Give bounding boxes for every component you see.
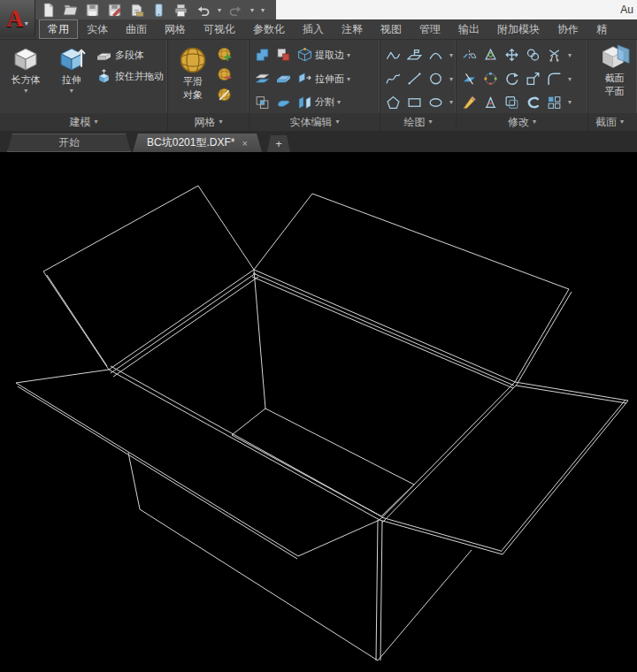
wireframe-edge: [113, 277, 258, 377]
ribbon-tab-9[interactable]: 视图: [372, 19, 411, 39]
mesh-refine-add-icon[interactable]: [217, 46, 232, 61]
line-icon[interactable]: [407, 72, 422, 87]
copy-icon[interactable]: [526, 48, 541, 63]
scale-icon[interactable]: [526, 72, 541, 87]
print-icon[interactable]: [173, 3, 188, 18]
thicken-icon[interactable]: [276, 72, 291, 87]
erase-icon[interactable]: [462, 95, 477, 110]
mesh-refine-remove-icon[interactable]: [217, 66, 232, 81]
undo-icon[interactable]: [196, 3, 211, 18]
panel-title-mesh[interactable]: 网格: [168, 113, 249, 131]
ribbon-tab-5[interactable]: 可视化: [195, 19, 244, 39]
new-drawing-tab-button[interactable]: +: [267, 135, 290, 152]
ribbon-tab-8[interactable]: 注释: [333, 19, 372, 39]
ribbon-tab-7[interactable]: 插入: [294, 19, 333, 39]
polygon-icon[interactable]: [386, 95, 401, 110]
array-icon[interactable]: [547, 95, 562, 110]
panel-title-modify[interactable]: 修改: [457, 113, 587, 131]
chevron-down-icon[interactable]: [449, 75, 453, 83]
smooth-object-button[interactable]: 平滑 对象: [173, 42, 212, 113]
box-button[interactable]: 长方体: [5, 42, 47, 113]
array3d-icon[interactable]: [483, 72, 498, 87]
mesh-edit-icon[interactable]: [217, 87, 232, 102]
ribbon-tab-11[interactable]: 输出: [449, 19, 488, 39]
close-tab-icon[interactable]: ×: [242, 138, 247, 149]
chevron-down-icon[interactable]: [449, 98, 453, 106]
wireframe-edge: [381, 517, 501, 551]
separate-button[interactable]: 分割: [297, 95, 341, 110]
polyline-icon[interactable]: [386, 48, 401, 63]
panel-section: 截面 平面 截面: [588, 40, 637, 131]
panel-title-draw[interactable]: 绘图: [380, 113, 456, 131]
extrude-faces-button[interactable]: 拉伸面: [297, 72, 350, 87]
ribbon-tab-10[interactable]: 管理: [411, 19, 449, 39]
rectangle-icon[interactable]: [407, 95, 422, 110]
section-plane-button[interactable]: 截面 平面: [595, 42, 633, 113]
spline-icon[interactable]: [386, 72, 401, 87]
file-tab-active-drawing[interactable]: BC坑0201型.DXF* ×: [133, 134, 262, 152]
trim-icon[interactable]: [547, 48, 562, 63]
drawing-viewport[interactable]: [0, 152, 637, 672]
panel-title-solid-editing[interactable]: 实体编辑: [249, 113, 380, 131]
presspull-button[interactable]: 按住并拖动: [96, 69, 164, 84]
ellipse-icon[interactable]: [428, 95, 443, 110]
chevron-down-icon[interactable]: [449, 51, 453, 59]
align3d-icon[interactable]: [483, 48, 498, 63]
wireframe-edge: [252, 277, 513, 388]
circle-icon[interactable]: [428, 72, 443, 87]
fillet-icon[interactable]: [547, 72, 562, 87]
ribbon-tab-1[interactable]: 常用: [39, 19, 78, 39]
panel-title-modeling[interactable]: 建模: [0, 113, 167, 131]
arc-icon[interactable]: [428, 48, 443, 63]
application-menu-button[interactable]: A ▾: [0, 0, 35, 37]
wireframe-edge: [128, 453, 140, 509]
panel-solid-editing: 提取边拉伸面分割 实体编辑: [249, 40, 380, 131]
extrude-button[interactable]: 拉伸: [51, 42, 93, 113]
offset-icon[interactable]: [504, 95, 519, 110]
chevron-down-icon: [428, 118, 432, 126]
cone-align-icon[interactable]: [483, 95, 498, 110]
move-icon[interactable]: [504, 48, 519, 63]
save-as-icon[interactable]: [107, 3, 122, 18]
undo-dropdown-icon[interactable]: ▾: [218, 6, 221, 14]
join-icon[interactable]: [526, 95, 541, 110]
intersect-icon[interactable]: [255, 95, 270, 110]
ribbon-tab-12[interactable]: 附加模块: [488, 19, 549, 39]
mobile-icon[interactable]: [151, 3, 166, 18]
wireframe-edge: [232, 435, 381, 516]
file-tab-start[interactable]: 开始: [7, 134, 131, 152]
ribbon-tab-13[interactable]: 协作: [549, 19, 587, 39]
chevron-down-icon[interactable]: [568, 51, 572, 59]
qat-customize-icon[interactable]: ▾: [261, 6, 265, 14]
fillet-edge-icon[interactable]: [276, 95, 291, 110]
mirror3d-icon[interactable]: [462, 48, 477, 63]
wireframe-edge: [515, 382, 628, 401]
save-icon[interactable]: [85, 3, 100, 18]
rotate-icon[interactable]: [504, 72, 519, 87]
new-file-icon[interactable]: [41, 3, 56, 18]
slice3d-icon[interactable]: [462, 72, 477, 87]
chevron-down-icon[interactable]: [568, 98, 572, 106]
ribbon-tab-2[interactable]: 实体: [78, 19, 117, 39]
panel-title-section[interactable]: 截面: [588, 113, 637, 131]
wireframe-edge: [254, 194, 312, 270]
redo-icon[interactable]: [228, 3, 243, 18]
redo-dropdown-icon[interactable]: ▾: [250, 6, 254, 14]
wireframe-edge: [380, 382, 515, 520]
chevron-down-icon[interactable]: [568, 75, 572, 83]
ribbon-tab-14[interactable]: 精: [587, 19, 616, 39]
union-icon[interactable]: [255, 48, 270, 63]
ribbon-tab-4[interactable]: 网格: [156, 19, 195, 39]
box-button-label: 长方体: [12, 74, 41, 87]
surface-icon[interactable]: [407, 48, 422, 63]
ribbon-tab-6[interactable]: 参数化: [244, 19, 294, 39]
polysolid-button[interactable]: 多段体: [96, 48, 164, 63]
button-label: 分割: [315, 95, 334, 109]
slice-icon[interactable]: [255, 72, 270, 87]
wireframe-edge: [517, 292, 572, 385]
extract-edges-button[interactable]: 提取边: [297, 48, 350, 63]
ribbon-tab-3[interactable]: 曲面: [117, 19, 156, 39]
subtract-icon[interactable]: [276, 48, 291, 63]
open-folder-icon[interactable]: [63, 3, 78, 18]
sheet-set-icon[interactable]: [129, 3, 144, 18]
